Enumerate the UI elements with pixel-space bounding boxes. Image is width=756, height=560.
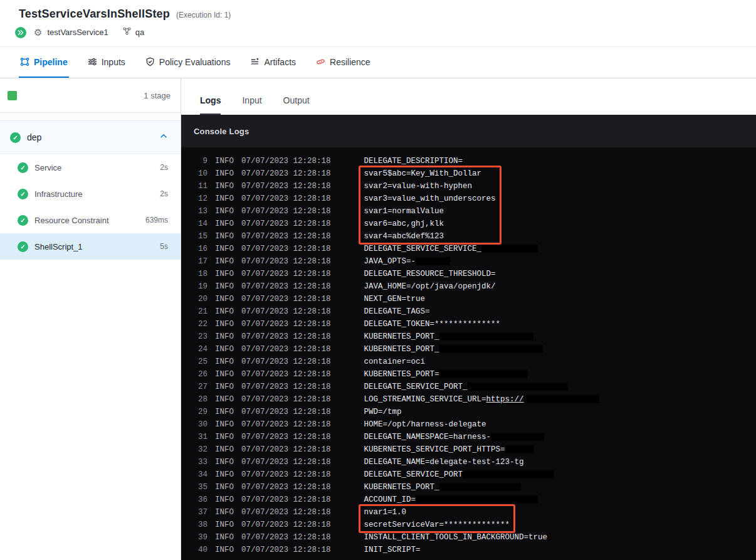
log-level: INFO	[215, 393, 236, 406]
log-message: ACCOUNT_ID=	[364, 494, 538, 506]
tab-pipeline[interactable]: Pipeline	[19, 47, 69, 78]
log-message: svar2=value-with-hyphen	[364, 180, 473, 193]
log-line: 22INFO07/07/2023 12:28:18DELEGATE_TOKEN=…	[194, 318, 756, 330]
log-message: INSTALL_CLIENT_TOOLS_IN_BACKGROUND=true	[364, 531, 548, 544]
log-timestamp: 07/07/2023 12:28:18	[241, 218, 331, 230]
log-timestamp: 07/07/2023 12:28:18	[241, 155, 331, 167]
log-line-number: 10	[194, 167, 207, 180]
log-level: INFO	[215, 506, 236, 519]
log-timestamp: 07/07/2023 12:28:18	[241, 481, 331, 494]
log-line: 9INFO07/07/2023 12:28:18DELEGATE_DESCRIP…	[194, 155, 756, 167]
execution-id: (Execution Id: 1)	[176, 11, 231, 19]
log-timestamp: 07/07/2023 12:28:18	[241, 531, 331, 544]
log-line-number: 20	[194, 293, 207, 305]
step-row-resource-constraint[interactable]: ✓ Resource Constraint 639ms	[0, 207, 181, 233]
tab-inputs[interactable]: Inputs	[87, 47, 127, 78]
log-level: INFO	[215, 180, 236, 193]
log-timestamp: 07/07/2023 12:28:18	[241, 406, 331, 418]
chevron-up-icon[interactable]	[159, 132, 168, 143]
log-line: 28INFO07/07/2023 12:28:18LOG_STREAMING_S…	[194, 393, 756, 406]
log-line-number: 12	[194, 193, 207, 205]
redacted-value	[524, 395, 599, 403]
console-log-lines: 9INFO07/07/2023 12:28:18DELEGATE_DESCRIP…	[194, 155, 756, 556]
log-line-number: 18	[194, 268, 207, 280]
tab-label: Pipeline	[34, 57, 68, 67]
tab-logs[interactable]: Logs	[200, 95, 221, 115]
step-label: Resource Constraint	[34, 216, 145, 225]
stage-group-dep[interactable]: ✓ dep	[0, 120, 181, 154]
shield-check-icon	[145, 57, 155, 66]
console-tabbar: Logs Input Output	[181, 78, 756, 115]
stage-status-square[interactable]	[8, 91, 17, 100]
log-timestamp: 07/07/2023 12:28:18	[241, 368, 331, 381]
log-message: KUBERNETES_PORT=	[364, 368, 527, 381]
log-level: INFO	[215, 243, 236, 255]
log-line: 33INFO07/07/2023 12:28:18DELEGATE_NAME=d…	[194, 456, 756, 468]
log-message: DELEGATE_NAME=delegate-test-123-tg	[364, 456, 524, 468]
log-panel[interactable]: 9INFO07/07/2023 12:28:18DELEGATE_DESCRIP…	[181, 147, 756, 560]
log-line: 23INFO07/07/2023 12:28:18KUBERNETES_PORT…	[194, 330, 756, 343]
service-name[interactable]: testVarsService1	[47, 28, 108, 37]
log-line: 36INFO07/07/2023 12:28:18ACCOUNT_ID=	[194, 494, 756, 506]
redacted-value	[439, 370, 527, 378]
log-line: 32INFO07/07/2023 12:28:18KUBERNETES_SERV…	[194, 443, 756, 456]
step-row-service[interactable]: ✓ Service 2s	[0, 154, 181, 181]
step-duration: 2s	[160, 189, 168, 198]
log-line-number: 38	[194, 519, 207, 531]
log-level: INFO	[215, 418, 236, 431]
step-row-shellscript-1[interactable]: ✓ ShellScript_1 5s	[0, 233, 181, 260]
log-line-number: 34	[194, 468, 207, 481]
tab-label: Resilience	[330, 57, 370, 67]
log-message: svar1=normalValue	[364, 205, 444, 218]
redacted-value	[416, 257, 450, 265]
log-level: INFO	[215, 481, 236, 494]
log-message: KUBERNETES_PORT_	[364, 330, 533, 343]
log-message: KUBERNETES_PORT_	[364, 343, 543, 356]
log-level: INFO	[215, 531, 236, 544]
log-timestamp: 07/07/2023 12:28:18	[241, 268, 331, 280]
step-row-infrastructure[interactable]: ✓ Infrastructure 2s	[0, 181, 181, 207]
artifacts-icon	[250, 57, 260, 66]
tab-output[interactable]: Output	[283, 95, 310, 115]
tab-resilience[interactable]: Resilience	[315, 47, 372, 78]
log-level: INFO	[215, 456, 236, 468]
log-message: DELEGATE_TOKEN=**************	[364, 318, 501, 330]
tab-policy-evaluations[interactable]: Policy Evaluations	[144, 47, 232, 78]
log-line-number: 16	[194, 243, 207, 255]
log-timestamp: 07/07/2023 12:28:18	[241, 293, 331, 305]
stage-count: 1 stage	[144, 91, 171, 100]
environment-icon	[122, 26, 132, 38]
redacted-value	[468, 383, 568, 391]
log-line-number: 31	[194, 431, 207, 443]
environment-name[interactable]: qa	[135, 28, 144, 37]
pipeline-icon	[20, 57, 29, 66]
log-line: 37INFO07/07/2023 12:28:18nvar1=1.0	[194, 506, 756, 519]
log-level: INFO	[215, 544, 236, 556]
log-line-number: 21	[194, 305, 207, 318]
log-level: INFO	[215, 343, 236, 356]
log-line-number: 32	[194, 443, 207, 456]
log-timestamp: 07/07/2023 12:28:18	[241, 330, 331, 343]
log-message: DELEGATE_SERVICE_SERVICE_	[364, 243, 538, 255]
console-logs-section-header[interactable]: Console Logs	[181, 115, 756, 147]
log-line: 40INFO07/07/2023 12:28:18INIT_SCRIPT=	[194, 544, 756, 556]
log-level: INFO	[215, 494, 236, 506]
log-message: secretServiceVar=**************	[364, 519, 510, 531]
log-line-number: 17	[194, 255, 207, 268]
step-label: Infrastructure	[34, 189, 160, 199]
log-line: 16INFO07/07/2023 12:28:18DELEGATE_SERVIC…	[194, 243, 756, 255]
gear-icon: ⚙	[34, 28, 42, 37]
tab-artifacts[interactable]: Artifacts	[249, 47, 297, 78]
log-line: 12INFO07/07/2023 12:28:18svar3=value_wit…	[194, 193, 756, 205]
log-line-number: 26	[194, 368, 207, 381]
log-message: LOG_STREAMING_SERVICE_URL=https://	[364, 393, 599, 406]
log-level: INFO	[215, 280, 236, 293]
log-message: PWD=/tmp	[364, 406, 402, 418]
redacted-value	[491, 433, 544, 441]
log-timestamp: 07/07/2023 12:28:18	[241, 506, 331, 519]
log-timestamp: 07/07/2023 12:28:18	[241, 356, 331, 368]
tab-input[interactable]: Input	[242, 95, 261, 115]
redacted-value	[439, 483, 521, 491]
log-line-number: 28	[194, 393, 207, 406]
log-line-number: 35	[194, 481, 207, 494]
